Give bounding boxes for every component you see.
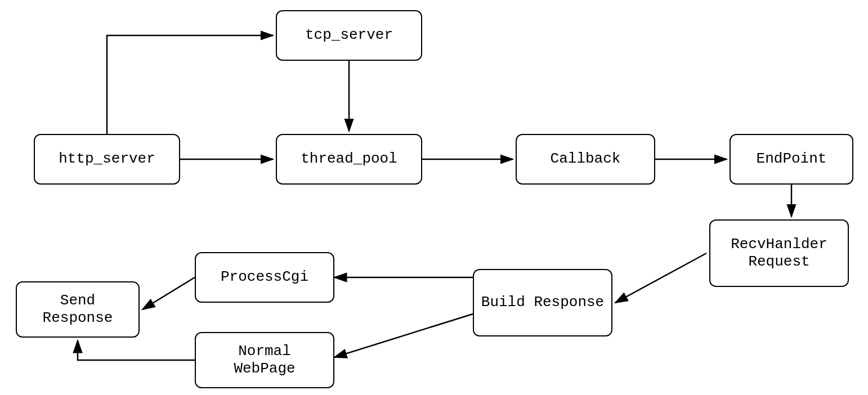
node-http-server-label: http_server: [59, 150, 155, 168]
node-send-response: Send Response: [16, 281, 140, 338]
node-thread-pool-label: thread_pool: [301, 150, 397, 168]
node-callback: Callback: [516, 134, 655, 185]
arrow-processcgi-send: [142, 277, 195, 309]
arrow-normalweb-send: [78, 340, 195, 360]
diagram-container: tcp_server http_server thread_pool Callb…: [0, 0, 868, 395]
node-callback-label: Callback: [551, 150, 621, 168]
arrow-http-tcp: [107, 35, 273, 134]
node-process-cgi-label: ProcessCgi: [221, 268, 308, 286]
node-normal-webpage-label: Normal WebPage: [234, 343, 295, 378]
arrow-build-normalweb: [334, 314, 473, 357]
node-recv-handler-label: RecvHanlder Request: [731, 236, 827, 271]
node-normal-webpage: Normal WebPage: [195, 332, 334, 388]
node-endpoint-label: EndPoint: [757, 150, 827, 168]
node-build-response: Build Response: [473, 269, 612, 336]
node-tcp-server-label: tcp_server: [305, 26, 393, 44]
node-thread-pool: thread_pool: [276, 134, 422, 185]
node-http-server: http_server: [34, 134, 180, 185]
node-recv-handler: RecvHanlder Request: [709, 219, 849, 287]
node-endpoint: EndPoint: [730, 134, 853, 185]
arrow-recv-build: [615, 253, 706, 303]
node-tcp-server: tcp_server: [276, 10, 422, 61]
node-build-response-label: Build Response: [481, 294, 604, 311]
node-process-cgi: ProcessCgi: [195, 252, 334, 303]
node-send-response-label: Send Response: [43, 292, 113, 327]
